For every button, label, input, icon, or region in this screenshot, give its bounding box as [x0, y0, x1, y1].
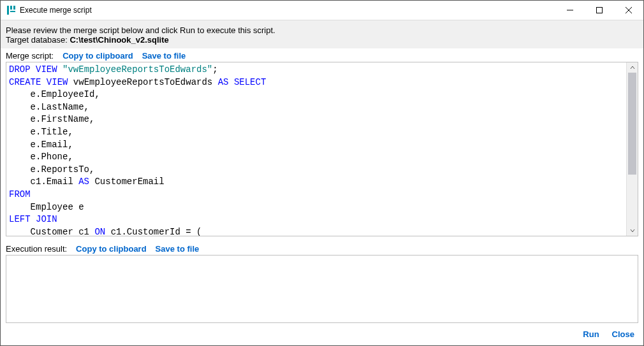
execution-result-label: Execution result: [6, 244, 67, 254]
script-content[interactable]: DROP VIEW "vwEmployeeReportsToEdwards"; … [6, 62, 626, 236]
result-textarea[interactable] [6, 255, 638, 323]
script-save-link[interactable]: Save to file [142, 51, 186, 61]
window-title: Execute merge script [20, 6, 555, 15]
scroll-up-icon[interactable] [627, 62, 638, 73]
svg-rect-3 [13, 6, 15, 10]
scrollbar[interactable] [626, 62, 638, 236]
svg-rect-0 [7, 6, 9, 15]
run-button[interactable]: Run [583, 329, 599, 339]
script-textarea[interactable]: DROP VIEW "vwEmployeeReportsToEdwards"; … [6, 62, 638, 236]
script-section-bar: Merge script: Copy to clipboard Save to … [1, 48, 643, 62]
scroll-thumb[interactable] [628, 73, 636, 175]
svg-rect-1 [10, 6, 12, 10]
header: Please review the merge script below and… [1, 20, 643, 48]
maximize-button[interactable] [585, 1, 614, 20]
svg-rect-2 [10, 11, 15, 12]
target-database-label: Target database: [6, 35, 70, 45]
result-copy-link[interactable]: Copy to clipboard [76, 244, 147, 254]
instruction-text: Please review the merge script below and… [6, 25, 638, 35]
target-database-line: Target database: C:\test\Chinook_v2.sqli… [6, 35, 638, 45]
script-copy-link[interactable]: Copy to clipboard [62, 51, 133, 61]
close-action-button[interactable]: Close [612, 329, 634, 339]
target-database-path: C:\test\Chinook_v2.sqlite [70, 35, 168, 45]
minimize-button[interactable] [555, 1, 585, 20]
close-button[interactable] [614, 1, 643, 20]
svg-rect-4 [597, 8, 603, 13]
result-save-link[interactable]: Save to file [156, 244, 200, 254]
app-icon [6, 5, 16, 15]
window: Execute merge script Please review the m… [0, 0, 644, 346]
result-section-bar: Execution result: Copy to clipboard Save… [1, 241, 643, 255]
footer: Run Close [1, 323, 643, 345]
titlebar: Execute merge script [1, 1, 643, 20]
merge-script-label: Merge script: [6, 51, 54, 61]
window-controls [555, 1, 643, 20]
scroll-down-icon[interactable] [627, 226, 638, 236]
